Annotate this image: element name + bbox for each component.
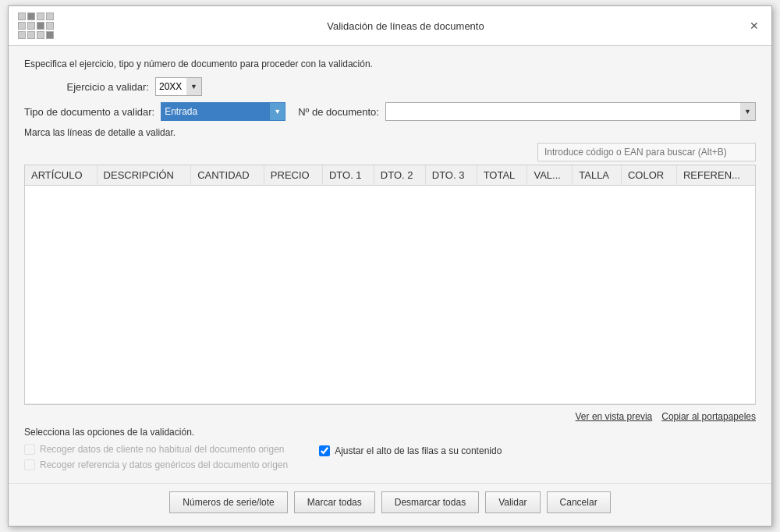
ejercicio-row: Ejercicio a validar: 20XX ▼: [24, 77, 756, 96]
options-left: Recoger datos de cliente no habitual del…: [24, 444, 288, 470]
table-body: [25, 186, 755, 404]
ejercicio-select[interactable]: 20XX: [155, 77, 202, 96]
options-top: Ver en vista previa Copiar al portapapel…: [24, 411, 756, 422]
checkbox-row-3: Ajustar el alto de las filas a su conten…: [319, 445, 502, 456]
app-logo: [18, 12, 65, 39]
dialog-titlebar: Validación de líneas de documento ✕: [9, 6, 771, 46]
preview-link[interactable]: Ver en vista previa: [576, 411, 653, 422]
close-button[interactable]: ✕: [746, 18, 762, 34]
tipo-select[interactable]: Entrada: [161, 102, 285, 121]
col-total: TOTAL: [477, 165, 527, 186]
data-table: ARTÍCULO DESCRIPCIÓN CANTIDAD PRECIO DTO…: [25, 165, 755, 404]
checkbox-3[interactable]: [319, 445, 330, 456]
options-rows: Recoger datos de cliente no habitual del…: [24, 444, 756, 470]
col-talla: TALLA: [573, 165, 622, 186]
ndoc-input[interactable]: [385, 102, 740, 121]
col-color: COLOR: [621, 165, 676, 186]
col-dto3: DTO. 3: [425, 165, 477, 186]
dialog: Validación de líneas de documento ✕ Espe…: [8, 5, 772, 527]
table-empty-row: [25, 186, 755, 404]
ejercicio-label: Ejercicio a validar:: [24, 81, 149, 93]
tipo-label: Tipo de documento a validar:: [24, 106, 154, 118]
dialog-title: Validación de líneas de documento: [65, 20, 746, 32]
col-precio: PRECIO: [264, 165, 322, 186]
checkbox-1-label: Recoger datos de cliente no habitual del…: [40, 444, 285, 455]
table-header-row: ARTÍCULO DESCRIPCIÓN CANTIDAD PRECIO DTO…: [25, 165, 755, 186]
dialog-body: Especifica el ejercicio, tipo y número d…: [9, 46, 771, 483]
tipo-select-wrapper: Entrada ▼: [161, 102, 285, 121]
col-val: VAL...: [527, 165, 573, 186]
ndoc-dropdown-icon[interactable]: ▼: [740, 102, 756, 121]
marcar-todas-button[interactable]: Marcar todas: [294, 491, 375, 513]
checkbox-3-label: Ajustar el alto de las filas a su conten…: [335, 445, 502, 456]
col-dto2: DTO. 2: [374, 165, 425, 186]
checkbox-2[interactable]: [24, 459, 35, 470]
data-table-container: ARTÍCULO DESCRIPCIÓN CANTIDAD PRECIO DTO…: [24, 165, 756, 405]
cancelar-button[interactable]: Cancelar: [547, 491, 611, 513]
ndoc-label: Nº de documento:: [298, 106, 379, 118]
options-section: Ver en vista previa Copiar al portapapel…: [24, 411, 756, 470]
series-lote-button[interactable]: Números de serie/lote: [169, 491, 287, 513]
checkbox-row-2: Recoger referencia y datos genéricos del…: [24, 459, 288, 470]
dialog-overlay: Validación de líneas de documento ✕ Espe…: [0, 0, 780, 532]
col-referen: REFEREN...: [676, 165, 755, 186]
options-right: Ajustar el alto de las filas a su conten…: [319, 444, 502, 470]
col-dto1: DTO. 1: [322, 165, 374, 186]
section-label-validacion: Especifica el ejercicio, tipo y número d…: [24, 59, 756, 69]
ndoc-wrapper: ▼: [385, 102, 756, 121]
checkbox-2-label: Recoger referencia y datos genéricos del…: [40, 459, 288, 470]
mark-label: Marca las líneas de detalle a validar.: [24, 127, 756, 138]
validar-button[interactable]: Validar: [485, 491, 540, 513]
dialog-footer: Números de serie/lote Marcar todas Desma…: [9, 483, 771, 526]
col-descripcion: DESCRIPCIÓN: [97, 165, 191, 186]
desmarcar-todas-button[interactable]: Desmarcar todas: [381, 491, 479, 513]
checkbox-row-1: Recoger datos de cliente no habitual del…: [24, 444, 288, 455]
col-articulo: ARTÍCULO: [25, 165, 97, 186]
copy-link[interactable]: Copiar al portapapeles: [661, 411, 756, 422]
col-cantidad: CANTIDAD: [191, 165, 264, 186]
ejercicio-select-wrapper: 20XX ▼: [155, 77, 202, 96]
options-label: Selecciona las opciones de la validación…: [24, 427, 756, 438]
search-input[interactable]: [537, 143, 756, 161]
checkbox-1[interactable]: [24, 444, 35, 455]
search-row: [24, 143, 756, 161]
tipo-row: Tipo de documento a validar: Entrada ▼ N…: [24, 102, 756, 121]
